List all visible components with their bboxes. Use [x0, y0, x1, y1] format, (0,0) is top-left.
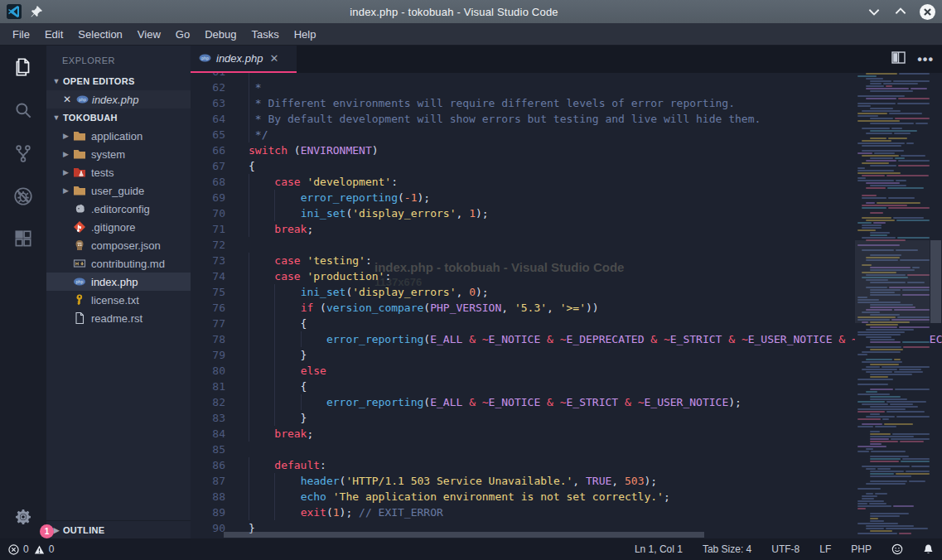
problems-warnings[interactable]: 0: [34, 543, 55, 555]
menu-help[interactable]: Help: [287, 25, 324, 44]
line-number: 75: [191, 284, 225, 300]
notifications-bell-icon[interactable]: [923, 543, 934, 555]
folder-red-icon: [73, 166, 86, 179]
vertical-scrollbar[interactable]: [930, 73, 942, 538]
minimap[interactable]: [855, 73, 930, 538]
maximize-button[interactable]: [893, 4, 908, 19]
tree-item-editorconfig[interactable]: .editorconfig: [46, 200, 191, 218]
code-line-65[interactable]: 65 */: [191, 127, 942, 142]
tree-item-application[interactable]: ▶application: [46, 127, 191, 145]
explorer-sidebar: EXPLORER ▼ OPEN EDITORS ✕ php index.php …: [46, 46, 191, 538]
outline-header[interactable]: ▶ OUTLINE: [46, 520, 191, 538]
menu-selection[interactable]: Selection: [70, 25, 129, 44]
code-line-74[interactable]: 74 case 'production':: [191, 268, 942, 284]
tree-item-gitignore[interactable]: .gitignore: [46, 218, 191, 236]
extensions-icon[interactable]: [0, 218, 46, 261]
code-line-64[interactable]: 64 * By default development will show er…: [191, 111, 942, 127]
tab-size[interactable]: Tab Size: 4: [703, 543, 751, 555]
code-line-77[interactable]: 77 {: [191, 316, 942, 331]
code-line-66[interactable]: 66switch (ENVIRONMENT): [191, 142, 942, 158]
window-title: index.php - tokobuah - Visual Studio Cod…: [50, 6, 858, 18]
tree-item-composer-json[interactable]: composer.json: [46, 236, 191, 254]
horizontal-scrollbar[interactable]: [191, 531, 855, 538]
svg-text:php: php: [76, 279, 84, 284]
line-number: 62: [191, 80, 225, 95]
vertical-scrollbar-thumb[interactable]: [930, 240, 941, 323]
tree-item-index-php[interactable]: phpindex.php: [46, 273, 191, 291]
code-line-67[interactable]: 67{: [191, 158, 942, 174]
code-line-79[interactable]: 79 }: [191, 347, 942, 363]
more-actions-icon[interactable]: •••: [917, 52, 934, 67]
split-editor-icon[interactable]: [891, 51, 906, 67]
source-control-icon[interactable]: [0, 132, 46, 175]
problems-errors[interactable]: 0: [8, 543, 29, 555]
code-line-63[interactable]: 63 * Different environments will require…: [191, 95, 942, 111]
horizontal-scrollbar-thumb[interactable]: [224, 532, 704, 538]
code-line-80[interactable]: 80 else: [191, 363, 942, 379]
tree-item-readme-rst[interactable]: readme.rst: [46, 309, 191, 327]
search-icon[interactable]: [0, 89, 46, 132]
code-line-68[interactable]: 68 case 'development':: [191, 174, 942, 190]
chevron-down-icon: ▼: [50, 113, 63, 122]
code-line-61[interactable]: 61 *------------------------------------…: [191, 73, 942, 80]
feedback-smiley-icon[interactable]: [891, 543, 903, 555]
project-header[interactable]: ▼ TOKOBUAH: [46, 109, 191, 127]
tab-close-icon[interactable]: ✕: [269, 52, 278, 65]
close-button[interactable]: [920, 4, 935, 20]
encoding[interactable]: UTF-8: [771, 543, 799, 555]
code-line-84[interactable]: 84 break;: [191, 426, 942, 442]
code-line-87[interactable]: 87 header('HTTP/1.1 503 Service Unavaila…: [191, 473, 942, 489]
tab-label: index.php: [216, 52, 263, 65]
minimize-button[interactable]: [867, 4, 882, 19]
chevron-right-icon: ▶: [63, 132, 73, 140]
line-number: 68: [191, 174, 225, 190]
code-line-83[interactable]: 83 }: [191, 410, 942, 426]
code-line-78[interactable]: 78 error_reporting(E_ALL & ~E_NOTICE & ~…: [191, 331, 942, 347]
menu-file[interactable]: File: [5, 25, 37, 44]
menu-view[interactable]: View: [130, 25, 168, 44]
eol-indicator[interactable]: LF: [819, 543, 831, 555]
explorer-icon[interactable]: [0, 46, 46, 89]
code-line-86[interactable]: 86 default:: [191, 457, 942, 473]
debug-icon[interactable]: [0, 175, 46, 218]
code-line-82[interactable]: 82 error_reporting(E_ALL & ~E_NOTICE & ~…: [191, 394, 942, 410]
tree-item-license-txt[interactable]: license.txt: [46, 291, 191, 309]
code-line-85[interactable]: 85: [191, 442, 942, 457]
vscode-logo-icon: [7, 4, 22, 19]
tab-indexphp[interactable]: php index.php ✕: [191, 46, 297, 73]
code-line-75[interactable]: 75 ini_set('display_errors', 0);: [191, 284, 942, 300]
code-line-72[interactable]: 72: [191, 237, 942, 253]
tree-item-system[interactable]: ▶system: [46, 145, 191, 163]
code-line-81[interactable]: 81 {: [191, 379, 942, 394]
tree-item-user_guide[interactable]: ▶user_guide: [46, 181, 191, 200]
open-editors-header[interactable]: ▼ OPEN EDITORS: [46, 72, 191, 90]
code-line-70[interactable]: 70 ini_set('display_errors', 1);: [191, 205, 942, 221]
language-mode[interactable]: PHP: [851, 543, 872, 555]
code-line-71[interactable]: 71 break;: [191, 221, 942, 237]
code-line-89[interactable]: 89 exit(1); // EXIT_ERROR: [191, 504, 942, 520]
menu-tasks[interactable]: Tasks: [244, 25, 286, 44]
menu-debug[interactable]: Debug: [197, 25, 244, 44]
tree-item-contributing-md[interactable]: contributing.md: [46, 254, 191, 273]
tree-item-tests[interactable]: ▶tests: [46, 163, 191, 181]
menu-go[interactable]: Go: [168, 25, 197, 44]
line-number: 84: [191, 426, 225, 442]
code-line-62[interactable]: 62 *: [191, 80, 942, 95]
code-line-69[interactable]: 69 error_reporting(-1);: [191, 190, 942, 205]
title-bar[interactable]: index.php - tokobuah - Visual Studio Cod…: [0, 0, 942, 23]
close-icon[interactable]: ✕: [63, 94, 76, 105]
cursor-position[interactable]: Ln 1, Col 1: [635, 543, 683, 555]
error-icon: [8, 544, 19, 555]
pin-icon[interactable]: [30, 5, 43, 18]
open-editor-item-indexphp[interactable]: ✕ php index.php: [46, 90, 191, 109]
line-number: 73: [191, 253, 225, 268]
menu-edit[interactable]: Edit: [37, 25, 70, 44]
warning-icon: [34, 544, 45, 555]
code-line-88[interactable]: 88 echo 'The application environment is …: [191, 489, 942, 504]
code-line-73[interactable]: 73 case 'testing':: [191, 253, 942, 268]
code-area[interactable]: 61 *------------------------------------…: [191, 73, 942, 538]
line-number: 87: [191, 473, 225, 489]
line-number: 86: [191, 457, 225, 473]
code-line-76[interactable]: 76 if (version_compare(PHP_VERSION, '5.3…: [191, 300, 942, 316]
minimap-slider[interactable]: [855, 240, 930, 323]
